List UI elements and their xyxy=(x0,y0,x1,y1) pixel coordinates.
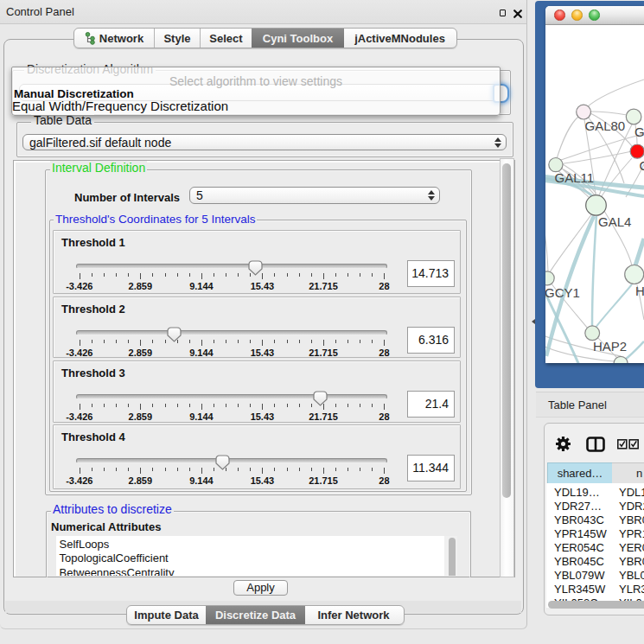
svg-text:HAP2: HAP2 xyxy=(593,339,627,354)
svg-text:H: H xyxy=(635,284,644,298)
svg-text:GAL80: GAL80 xyxy=(585,118,626,133)
svg-text:GAL11: GAL11 xyxy=(555,170,595,185)
svg-text:C: C xyxy=(640,158,644,173)
svg-text:GAL4: GAL4 xyxy=(598,214,631,229)
svg-text:GCY1: GCY1 xyxy=(545,285,580,300)
svg-text:GA: GA xyxy=(634,124,644,139)
